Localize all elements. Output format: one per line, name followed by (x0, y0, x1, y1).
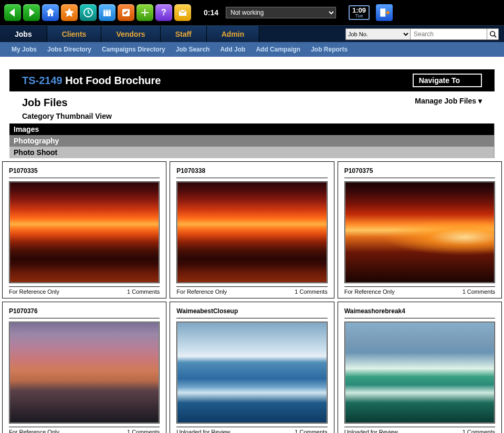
thumbnail-card[interactable]: Waimeashorebreak4Uploaded for Review1 Co… (338, 302, 502, 433)
job-files-header: Job Files Manage Job Files ▾ (9, 91, 495, 112)
thumbnail-comments[interactable]: 1 Comments (463, 429, 495, 433)
thumbnail-card[interactable]: P1070335For Reference Only1 Comments (2, 161, 166, 298)
toolbar-icon-group: ? (4, 4, 191, 21)
subnav-job-search[interactable]: Job Search (176, 46, 210, 53)
tab-staff[interactable]: Staff (161, 26, 207, 42)
thumbnail-image[interactable] (176, 322, 327, 424)
sub-nav: My Jobs Jobs Directory Campaigns Directo… (0, 42, 504, 57)
top-toolbar: ? 0:14 Not working 1:09 Tue (0, 0, 504, 25)
navigate-to-button[interactable]: Navigate To (413, 74, 482, 87)
back-icon[interactable] (4, 4, 21, 21)
category-level-1[interactable]: Images (9, 123, 494, 135)
add-icon[interactable] (136, 4, 153, 21)
thumbnail-image[interactable] (9, 181, 160, 283)
thumbnail-filename: P1070376 (9, 307, 160, 315)
tab-admin[interactable]: Admin (207, 26, 260, 42)
tab-clients[interactable]: Clients (47, 26, 102, 42)
svg-rect-4 (103, 9, 111, 11)
calendar-icon[interactable] (99, 4, 116, 21)
category-level-2[interactable]: Photography (9, 135, 494, 147)
thumbnail-status: For Reference Only (176, 288, 227, 295)
job-name: Hot Food Brochure (65, 75, 161, 86)
thumbnail-filename: WaimeabestCloseup (176, 307, 327, 315)
svg-rect-10 (380, 8, 385, 16)
thumbnail-comments[interactable]: 1 Comments (295, 429, 327, 433)
thumbnail-comments[interactable]: 1 Comments (295, 288, 327, 295)
thumbnail-card[interactable]: P1070375For Reference Only1 Comments (338, 161, 502, 298)
home-icon[interactable] (42, 4, 59, 21)
subnav-job-reports[interactable]: Job Reports (311, 46, 348, 53)
thumbnail-image[interactable] (176, 181, 327, 283)
tab-vendors[interactable]: Vendors (101, 26, 160, 42)
manage-job-files-button[interactable]: Manage Job Files ▾ (415, 97, 482, 105)
checklist-icon[interactable] (118, 4, 134, 21)
forward-icon[interactable] (23, 4, 40, 21)
thumbnail-status: Uploaded for Review (344, 429, 398, 433)
thumbnail-status: For Reference Only (9, 429, 59, 433)
elapsed-time: 0:14 (204, 8, 218, 17)
subnav-campaigns-directory[interactable]: Campaigns Directory (102, 46, 165, 53)
view-mode-label: Category Thumbnail View (9, 112, 495, 123)
clock-day: Tue (351, 14, 368, 18)
search-group: Job No. (345, 26, 504, 42)
job-code: TS-2149 (22, 75, 62, 86)
category-level-3[interactable]: Photo Shoot (9, 147, 494, 158)
page-title-bar: TS-2149 Hot Food Brochure Navigate To (9, 69, 495, 91)
subnav-add-job[interactable]: Add Job (220, 46, 245, 53)
category-bands: Images Photography Photo Shoot (9, 123, 495, 158)
search-icon[interactable] (487, 28, 499, 40)
main-tabs: Jobs Clients Vendors Staff Admin Job No. (0, 25, 504, 42)
subnav-my-jobs[interactable]: My Jobs (12, 46, 37, 53)
exit-icon[interactable] (376, 4, 393, 21)
thumbnail-status: For Reference Only (344, 288, 395, 295)
page-title: TS-2149 Hot Food Brochure (22, 75, 161, 87)
svg-point-11 (490, 31, 495, 36)
thumbnail-image[interactable] (344, 322, 495, 424)
section-title: Job Files (22, 97, 68, 109)
help-icon[interactable]: ? (155, 4, 172, 21)
search-input[interactable] (411, 28, 487, 40)
svg-marker-1 (29, 8, 35, 17)
thumbnail-card[interactable]: P1070338For Reference Only1 Comments (170, 161, 334, 298)
thumbnail-filename: Waimeashorebreak4 (344, 307, 495, 315)
thumbnail-image[interactable] (9, 322, 160, 424)
thumbnail-grid: P1070335For Reference Only1 CommentsP107… (2, 161, 502, 433)
thumbnail-filename: P1070335 (9, 167, 160, 174)
thumbnail-status: Uploaded for Review (176, 429, 230, 433)
subnav-add-campaign[interactable]: Add Campaign (256, 46, 300, 53)
thumbnail-comments[interactable]: 1 Comments (463, 288, 495, 295)
svg-text:?: ? (161, 8, 166, 17)
thumbnail-comments[interactable]: 1 Comments (127, 288, 160, 295)
mail-icon[interactable] (174, 4, 191, 21)
thumbnail-card[interactable]: P1070376For Reference Only1 Comments (2, 302, 166, 433)
chevron-down-icon: ▾ (478, 97, 482, 105)
search-scope-select[interactable]: Job No. (345, 28, 411, 40)
status-dropdown[interactable]: Not working (226, 7, 336, 18)
star-icon[interactable] (61, 4, 78, 21)
svg-marker-0 (9, 8, 15, 17)
thumbnail-filename: P1070375 (344, 167, 495, 174)
thumbnail-status: For Reference Only (9, 288, 59, 295)
clock-widget[interactable]: 1:09 Tue (349, 5, 370, 20)
tab-jobs[interactable]: Jobs (0, 26, 47, 42)
svg-line-12 (494, 35, 496, 37)
thumbnail-filename: P1070338 (176, 167, 327, 174)
thumbnail-image[interactable] (344, 181, 495, 283)
clock-icon[interactable] (80, 4, 97, 21)
thumbnail-card[interactable]: WaimeabestCloseupUploaded for Review1 Co… (170, 302, 334, 433)
thumbnail-comments[interactable]: 1 Comments (127, 429, 160, 433)
subnav-jobs-directory[interactable]: Jobs Directory (47, 46, 91, 53)
